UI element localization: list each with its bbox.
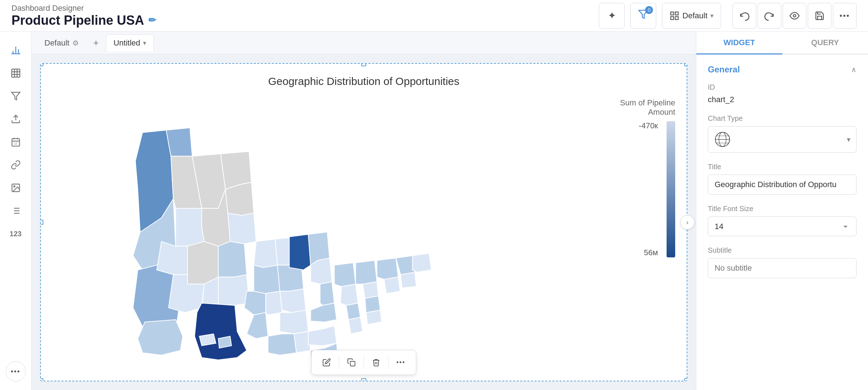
toolbar-separator-1 (339, 356, 339, 369)
sidebar-item-link[interactable] (6, 155, 26, 175)
state-tx (195, 303, 247, 360)
chevron-right-icon: › (686, 219, 688, 226)
widget-toolbar: ••• (311, 350, 416, 375)
state-sc (348, 317, 363, 334)
general-section-chevron[interactable]: ∧ (851, 65, 857, 74)
widget-container[interactable]: Geographic Distribution of Opportunities (40, 63, 687, 381)
chevron-down-icon: ▾ (710, 12, 714, 20)
state-hi2 (218, 336, 232, 348)
title-input[interactable] (708, 175, 857, 195)
legend-labels: -470к 56м (639, 121, 658, 257)
state-il-outline (280, 289, 306, 313)
legend-min: 56м (644, 248, 658, 257)
tab-chevron-icon[interactable]: ▾ (143, 39, 146, 47)
toolbar-separator-2 (364, 356, 364, 369)
state-tn (280, 310, 308, 334)
map-content: Geographic Distribution of Opportunities (41, 64, 687, 381)
sidebar-item-image[interactable] (6, 178, 26, 198)
svg-point-5 (793, 14, 796, 17)
sidebar-item-export[interactable] (6, 109, 26, 129)
chart-type-chevron: ▾ (847, 135, 850, 144)
state-mo (254, 265, 280, 294)
state-me (412, 253, 431, 272)
more-options-button[interactable]: ••• (833, 3, 857, 29)
svg-rect-30 (350, 361, 355, 366)
tab-bar: Default ⚙ + Untitled ▾ (32, 32, 696, 54)
map-svg-area (52, 95, 602, 360)
app-name: Dashboard Designer (11, 4, 599, 13)
state-ok-east (244, 291, 266, 315)
state-md (365, 296, 380, 313)
canvas: Geographic Distribution of Opportunities (32, 54, 696, 390)
globe-chart-icon (714, 131, 731, 148)
default-view-button[interactable]: Default ▾ (662, 3, 721, 29)
legend-max: -470к (639, 121, 658, 130)
id-field-group: ID chart_2 (708, 83, 857, 104)
state-ok (218, 275, 249, 305)
widget-more-button[interactable]: ••• (392, 353, 410, 372)
sparkle-button[interactable]: ✦ (599, 3, 625, 29)
save-button[interactable] (808, 3, 831, 29)
subtitle-field-group: Subtitle (708, 246, 857, 278)
svg-rect-1 (671, 12, 674, 15)
sidebar-item-list[interactable] (6, 201, 26, 221)
legend-title: Sum of Pipeline Amount (611, 98, 675, 117)
title-label: Title (708, 163, 857, 171)
subtitle-input[interactable] (708, 258, 857, 278)
id-value: chart_2 (708, 95, 857, 104)
widget-delete-button[interactable] (367, 353, 386, 372)
filter-button[interactable]: 0 (630, 3, 656, 29)
tab-untitled[interactable]: Untitled ▾ (106, 34, 154, 52)
widget-wrapper: Geographic Distribution of Opportunities (40, 63, 687, 381)
state-oh (334, 263, 356, 286)
svg-rect-2 (676, 12, 678, 15)
filter-badge: 0 (645, 6, 653, 14)
state-id-top (166, 128, 192, 156)
state-ar (266, 291, 282, 315)
title-font-size-field-group: Title Font Size 14 12 16 18 20 (708, 205, 857, 236)
map-legend: Sum of Pipeline Amount -470к 56м (611, 95, 675, 360)
gradient-bar (667, 121, 675, 257)
right-panel: WIDGET QUERY General ∧ ID chart_2 Chart … (696, 32, 868, 390)
widget-copy-button[interactable] (342, 353, 361, 372)
sidebar-item-filter[interactable] (6, 86, 26, 106)
svg-marker-15 (11, 92, 20, 100)
sidebar-more-button[interactable]: ••• (6, 361, 26, 381)
title-font-size-select[interactable]: 14 12 16 18 20 (708, 217, 857, 236)
sidebar-item-table[interactable] (6, 63, 26, 83)
panel-collapse-button[interactable]: › (680, 215, 695, 229)
state-il (289, 234, 310, 270)
chart-type-label: Chart Type (708, 114, 857, 123)
chart-type-selector[interactable]: ▾ (708, 126, 857, 153)
panel-tabs: WIDGET QUERY (696, 32, 868, 54)
state-ct (384, 277, 400, 294)
undo-button[interactable] (733, 3, 756, 29)
state-de (366, 310, 382, 324)
sparkle-icon: ✦ (608, 10, 616, 22)
topbar-right-actions: ••• (733, 3, 857, 29)
toolbar-separator-3 (388, 356, 389, 369)
state-nv (157, 242, 187, 275)
main-layout: 12 123 ••• (0, 32, 868, 390)
map-title: Geographic Distribution of Opportunities (52, 75, 675, 87)
sidebar-item-barchart[interactable] (6, 40, 26, 60)
legend-gradient: -470к 56м (639, 121, 675, 257)
tab-query[interactable]: QUERY (782, 32, 868, 54)
state-ny (377, 258, 398, 279)
tab-default[interactable]: Default ⚙ (37, 34, 86, 52)
sidebar-item-calendar[interactable]: 12 (6, 132, 26, 152)
preview-button[interactable] (783, 3, 806, 29)
widget-edit-button[interactable] (318, 353, 336, 372)
title-font-size-label: Title Font Size (708, 205, 857, 213)
state-hi (199, 334, 216, 346)
edit-title-icon[interactable]: ✏ (148, 15, 156, 26)
tab-widget[interactable]: WIDGET (696, 32, 782, 54)
svg-point-23 (14, 186, 15, 187)
redo-button[interactable] (758, 3, 781, 29)
subtitle-label: Subtitle (708, 246, 857, 255)
settings-icon[interactable]: ⚙ (72, 39, 79, 47)
sidebar-item-number[interactable]: 123 (6, 224, 26, 244)
state-ms (268, 334, 296, 355)
tab-add-button[interactable]: + (89, 36, 103, 50)
state-ut (176, 208, 204, 246)
